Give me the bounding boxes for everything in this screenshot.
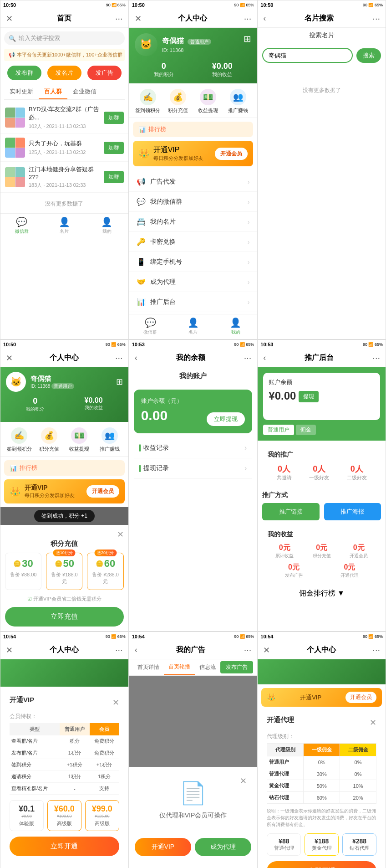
menu-promote[interactable]: 👥 推广赚钱 <box>223 89 253 114</box>
bottom-tab-groups[interactable]: 💬 微信群 <box>0 216 43 235</box>
vip-plan-trial[interactable]: ¥0.1 ¥0.98 体验版 <box>10 800 44 831</box>
menu-promo-backend[interactable]: 📊 推广后台 › <box>129 292 257 312</box>
home-close-icon[interactable]: ✕ <box>6 14 13 24</box>
uc-close-icon[interactable]: ✕ <box>135 14 142 24</box>
home-search-bar[interactable]: 🔍 输入关键字搜索 <box>4 31 125 45</box>
my-ad-more-icon[interactable]: ··· <box>244 645 252 655</box>
group-item-3[interactable]: 江门本地健身分享答疑群2?? 183人 · 2021-11-13 02:33 加… <box>0 162 128 193</box>
charge-option-60[interactable]: 送20积分 🪙 60 售价 ¥288.0元 <box>87 553 123 590</box>
vip-open-action-button[interactable]: 立即开通 <box>10 837 119 856</box>
vip-banner[interactable]: 👑 开通VIP 每日积分分发群加好友 开通会员 <box>133 141 254 166</box>
cs-more-icon[interactable]: ··· <box>372 13 380 24</box>
withdraw-record-item[interactable]: 提现记录 › <box>134 458 253 479</box>
bottom-tab-mine[interactable]: 👤 我的 <box>86 216 128 235</box>
menu-withdraw[interactable]: 💵 收益提现 <box>193 89 223 114</box>
agency-close-icon[interactable]: ✕ <box>263 645 270 655</box>
uc2-more-icon[interactable]: ··· <box>115 353 123 363</box>
vip-plan-2-price: ¥99.0 <box>87 804 117 814</box>
ad-tab-detail[interactable]: 首页详情 <box>133 660 164 675</box>
uc-more-icon[interactable]: ··· <box>244 13 252 24</box>
promo-sub-tab-2[interactable]: 二级佣金 0% <box>304 406 340 415</box>
bottom-tab-cards[interactable]: 👤 名片 <box>43 216 86 235</box>
agency-plan-normal[interactable]: ¥88 普通代理 <box>267 833 301 856</box>
cs-search-input[interactable] <box>262 48 353 63</box>
tab-hundred[interactable]: 百人群 <box>39 85 67 99</box>
qr-code-icon[interactable]: ⊞ <box>244 33 251 44</box>
publish-card-button[interactable]: 发名片 <box>47 66 81 80</box>
agency-modal-close-icon[interactable]: ✕ <box>370 718 376 728</box>
promo-link-button[interactable]: 推广链接 <box>262 503 319 520</box>
menu-ad-dispatch[interactable]: 📢 广告代发 › <box>129 172 257 192</box>
uc-bottom-tab-mine[interactable]: 👤 我的 <box>214 317 257 335</box>
uc2-promote[interactable]: 👥 推广赚钱 <box>95 427 125 452</box>
publish-ad-button[interactable]: 发广告 <box>87 66 122 80</box>
home-more-icon[interactable]: ··· <box>115 13 123 24</box>
add-group-1-button[interactable]: 加群 <box>104 112 124 124</box>
promo-withdraw-button[interactable]: 提现 <box>299 391 319 402</box>
charge-option-30[interactable]: 🪙 30 售价 ¥88.00 <box>5 553 41 590</box>
vip-modal-close-icon[interactable]: ✕ <box>112 698 119 708</box>
balance-withdraw-button[interactable]: 立即提现 <box>207 412 245 426</box>
group-item-1[interactable]: BYD汉·车友交流2群（广告必... 102人 · 2021-11-13 02:… <box>0 102 128 134</box>
uc2-recharge[interactable]: 💰 积分充值 <box>34 427 64 452</box>
group-avatar-3 <box>5 167 25 187</box>
agency-vip-btn[interactable]: 开通会员 <box>345 692 376 703</box>
vip-plan-gold2[interactable]: ¥99.0 ¥125.00 高级版 <box>85 800 119 831</box>
user-avatar: 🐱 <box>135 33 157 56</box>
promo-poster-button[interactable]: 推广海报 <box>324 503 381 520</box>
menu-become-agent[interactable]: 🤝 成为代理 › <box>129 272 257 292</box>
uc2-vip-open-button[interactable]: 开通会员 <box>86 485 119 498</box>
vip-open-button[interactable]: 开通会员 <box>215 148 248 160</box>
add-group-3-button[interactable]: 加群 <box>104 171 124 183</box>
add-group-2-button[interactable]: 加群 <box>104 142 124 154</box>
vip-plan-gold1[interactable]: ¥60.0 ¥100.00 高级版 <box>47 800 81 831</box>
l1-num: 0人 <box>309 463 329 474</box>
ad-bottom-become-agent-button[interactable]: 成为代理 <box>195 838 251 856</box>
promo-more-icon[interactable]: ··· <box>372 353 380 363</box>
promo-tab-normal[interactable]: 普通用户 <box>263 425 294 435</box>
uc2-checkin[interactable]: ✍️ 签到领积分 <box>4 427 34 452</box>
ad-tab-feed[interactable]: 信息流 <box>195 660 220 675</box>
promo-tab-commission[interactable]: 佣金 <box>296 425 316 435</box>
menu-card-code[interactable]: 🔑 卡密兑换 › <box>129 232 257 252</box>
balance-more-icon[interactable]: ··· <box>244 353 252 363</box>
tab-enterprise[interactable]: 企业微信 <box>67 85 102 99</box>
income-record-item[interactable]: 收益记录 › <box>134 438 253 458</box>
menu-recharge[interactable]: 💰 积分充值 <box>163 89 193 114</box>
charge-option-50[interactable]: 送10积分 🪙 50 售价 ¥188.0元 <box>46 553 82 590</box>
ad-tab-banner[interactable]: 首页轮播 <box>164 659 195 675</box>
menu-checkin[interactable]: ✍️ 签到领积分 <box>133 89 163 114</box>
ad-bottom-open-vip-button[interactable]: 开通VIP <box>135 838 191 856</box>
uc2-qr-icon[interactable]: ⊞ <box>116 377 123 387</box>
menu-my-cards[interactable]: 📇 我的名片 › <box>129 212 257 232</box>
uc2-ranking[interactable]: 📊 排行榜 <box>4 460 125 476</box>
ad-publish-button[interactable]: 发布广告 <box>220 661 253 673</box>
promo-gold-rank[interactable]: 佣金排行榜 ▼ <box>262 589 381 598</box>
charge-close-icon[interactable]: ✕ <box>5 529 124 539</box>
agency-plan-diamond[interactable]: ¥288 钻石代理 <box>342 833 376 856</box>
vip-close-icon[interactable]: ✕ <box>6 645 13 655</box>
uc-bottom-tab-groups[interactable]: 💬 微信群 <box>129 317 172 335</box>
tab-realtime[interactable]: 实时更新 <box>4 85 39 99</box>
no-perm-close-icon[interactable]: ✕ <box>240 776 247 786</box>
uc2-close-icon[interactable]: ✕ <box>6 353 13 363</box>
promo-sub-tab-1[interactable]: 一级佣金 % <box>269 406 302 415</box>
menu-bind-phone[interactable]: 📱 绑定手机号 › <box>129 252 257 272</box>
uc2-vip-banner[interactable]: 👑 开通VIP 每日积分分发群加好友 开通会员 <box>4 479 125 503</box>
withdraw-record-label: 提现记录 <box>143 464 169 473</box>
group-item-2[interactable]: 只为了开心，玩基群 125人 · 2021-11-13 02:32 加群 <box>0 134 128 162</box>
menu-my-groups[interactable]: 💬 我的微信群 › <box>129 192 257 212</box>
uc2-withdraw[interactable]: 💵 收益提现 <box>64 427 94 452</box>
vip-cell-01: 积分 <box>60 735 89 747</box>
cs-search-button[interactable]: 搜索 <box>356 48 381 63</box>
agency-open-button[interactable]: 立即开通 <box>267 861 376 868</box>
publish-group-button[interactable]: 发布群 <box>7 66 41 80</box>
charge-confirm-button[interactable]: 立即充值 <box>5 607 124 627</box>
agency-more-icon[interactable]: ··· <box>372 645 380 655</box>
vip-modal-more[interactable]: ··· <box>115 645 123 655</box>
ranking-button[interactable]: 📊 排行榜 <box>133 122 254 137</box>
agency-plans: ¥88 普通代理 ¥188 黄金代理 ¥288 钻石代理 <box>267 833 376 856</box>
uc-bottom-tab-cards[interactable]: 👤 名片 <box>172 317 214 335</box>
agency-plan-gold[interactable]: ¥188 黄金代理 <box>305 833 339 856</box>
income-agent: 0元 开通代理 <box>324 563 376 579</box>
